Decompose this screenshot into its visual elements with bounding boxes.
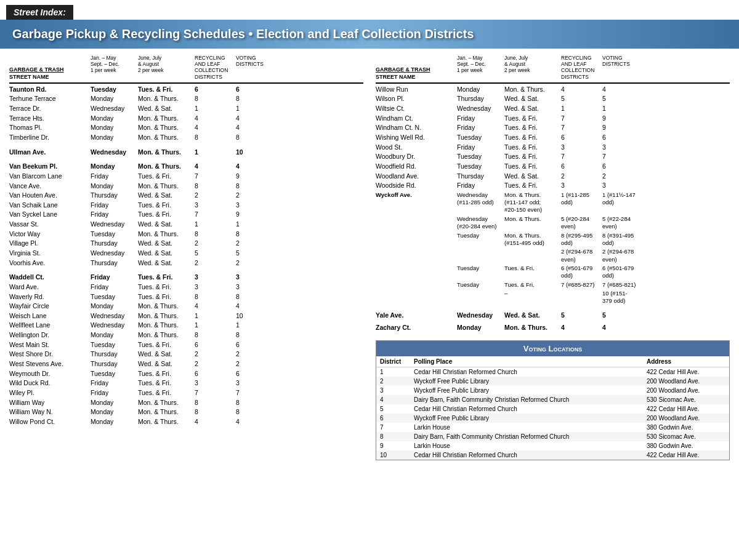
recycling-cell: 1 bbox=[561, 105, 601, 113]
voting-cell: 8 bbox=[236, 408, 270, 417]
pickup2-cell: Tues. & Fri. bbox=[504, 114, 560, 123]
recycling-cell: 8 bbox=[195, 95, 235, 103]
recycling-cell: 8 bbox=[195, 182, 235, 191]
right-col-street-label: STREET NAME bbox=[376, 74, 456, 80]
table-row: Wiltsie Ct.WednesdayWed. & Sat.11 bbox=[376, 104, 730, 114]
pickup2-cell: Tues. & Fri. bbox=[504, 143, 560, 152]
main-content: GARBAGE & TRASH STREET NAME Jan. – May S… bbox=[0, 49, 739, 466]
voting-place-cell: Cedar Hill Christian Reformed Church bbox=[410, 404, 643, 414]
street-name-cell: Terrace Hts. bbox=[9, 114, 89, 123]
wyckoff-row: Wyckoff Ave.Wednesday (#11-285 odd)Mon. … bbox=[376, 191, 730, 215]
pickup2-cell: Tues. & Fri. bbox=[138, 389, 193, 398]
wyckoff-data-cell: Tuesday bbox=[457, 232, 503, 247]
recycling-cell: 7 bbox=[195, 172, 235, 181]
table-row: William WayMondayMon. & Thurs.88 bbox=[9, 398, 363, 408]
street-name-cell: Woodland Ave. bbox=[376, 172, 456, 181]
voting-cell: 3 bbox=[236, 273, 270, 282]
wyckoff-data-cell: 6 (#501-679 odd) bbox=[561, 265, 601, 280]
street-name-cell: Woodfield Rd. bbox=[376, 162, 456, 171]
street-name-cell: Village Pl. bbox=[9, 239, 89, 248]
voting-place-cell: Wyckoff Free Public Library bbox=[410, 414, 643, 423]
voting-cell: 8 bbox=[236, 95, 270, 103]
left-street-list: Taunton Rd.TuesdayTues. & Fri.66Terhune … bbox=[9, 85, 363, 427]
pickup2-cell: Tues. & Fri. bbox=[138, 293, 193, 302]
pickup2-cell: Mon. & Thurs. bbox=[138, 148, 193, 157]
wyckoff-data-cell: 2 (#294-678 even) bbox=[602, 248, 636, 263]
wyckoff-data-cell bbox=[457, 290, 503, 305]
street-index-banner: Street Index: bbox=[6, 5, 73, 20]
table-row: Woodside Rd.FridayTues. & Fri.33 bbox=[376, 181, 730, 191]
voting-cell: 3 bbox=[236, 201, 270, 210]
right-col-june-july: June, July & August 2 per week bbox=[504, 55, 560, 80]
voting-address-cell: 422 Cedar Hill Ave. bbox=[643, 450, 729, 460]
street-name-cell: Van Syckel Lane bbox=[9, 210, 89, 219]
street-name-cell: Waddell Ct. bbox=[9, 273, 89, 282]
list-item: 10Cedar Hill Christian Reformed Church42… bbox=[376, 450, 729, 460]
recycling-cell: 8 bbox=[195, 293, 235, 302]
table-row: Willow Pond Ct.MondayMon. & Thurs.44 bbox=[9, 417, 363, 427]
voting-col-address: Address bbox=[643, 356, 729, 367]
voting-address-cell: 530 Sicomac Ave. bbox=[643, 432, 729, 441]
recycling-cell: 4 bbox=[561, 86, 601, 94]
recycling-cell: 3 bbox=[195, 283, 235, 292]
wyckoff-data-cell: Tues. & Fri. bbox=[504, 281, 560, 289]
table-row: Wild Duck Rd.FridayTues. & Fri.33 bbox=[9, 378, 363, 388]
voting-cell: 8 bbox=[236, 399, 270, 407]
table-row: Woodfield Rd.TuesdayTues. & Fri.66 bbox=[376, 162, 730, 172]
street-name-cell: Wiley Pl. bbox=[9, 389, 89, 398]
wyckoff-name-cell bbox=[376, 248, 456, 263]
wyckoff-data-cell: 6 (#501-679 odd) bbox=[602, 265, 636, 280]
table-row: Wiley Pl.FridayTues. & Fri.77 bbox=[9, 388, 363, 398]
pickup2-cell: Wed. & Sat. bbox=[138, 239, 193, 248]
recycling-cell: 7 bbox=[195, 210, 235, 219]
voting-cell: 6 bbox=[602, 162, 636, 171]
recycling-cell: 4 bbox=[195, 162, 235, 171]
pickup2-cell: Mon. & Thurs. bbox=[138, 312, 193, 321]
voting-table: District Polling Place Address 1Cedar Hi… bbox=[376, 356, 729, 460]
pickup1-cell: Thursday bbox=[91, 350, 137, 359]
table-row: Wellfleet LaneWednesdayMon. & Thurs.11 bbox=[9, 321, 363, 330]
pickup2-cell: Mon. & Thurs. bbox=[504, 86, 560, 94]
pickup1-cell: Thursday bbox=[91, 259, 137, 268]
street-name-cell: Terhune Terrace bbox=[9, 95, 89, 103]
pickup1-cell: Monday bbox=[91, 114, 137, 123]
street-name-cell: Wishing Well Rd. bbox=[376, 134, 456, 142]
table-row: William Way N.MondayMon. & Thurs.88 bbox=[9, 407, 363, 417]
table-row: Van Syckel LaneFridayTues. & Fri.79 bbox=[9, 210, 363, 220]
pickup1-cell: Tuesday bbox=[91, 370, 137, 378]
wyckoff-data-cell: Mon. & Thurs. bbox=[504, 215, 560, 231]
voting-district-cell: 4 bbox=[376, 395, 410, 404]
street-name-cell: Windham Ct. N. bbox=[376, 124, 456, 132]
voting-place-cell: Larkin House bbox=[410, 441, 643, 450]
col-recycling-header: RECYCLING AND LEAF COLLECTION DISTRICTS bbox=[195, 55, 235, 80]
wyckoff-data-cell bbox=[561, 290, 601, 305]
pickup1-cell: Monday bbox=[91, 302, 137, 311]
wyckoff-section: Wyckoff Ave.Wednesday (#11-285 odd)Mon. … bbox=[376, 191, 730, 311]
spacer-row bbox=[9, 143, 363, 148]
street-name-cell: Wild Duck Rd. bbox=[9, 379, 89, 388]
pickup2-cell: Mon. & Thurs. bbox=[138, 331, 193, 340]
pickup1-cell: Wednesday bbox=[91, 220, 137, 229]
wyckoff-data-cell: 7 (#685-821) bbox=[602, 281, 636, 289]
recycling-cell: 6 bbox=[561, 134, 601, 142]
street-name-cell: Van Beekum Pl. bbox=[9, 162, 89, 171]
recycling-cell: 7 bbox=[561, 124, 601, 132]
table-row: Ward Ave.FridayTues. & Fri.33 bbox=[9, 282, 363, 292]
voting-district-cell: 7 bbox=[376, 423, 410, 432]
street-name-cell: Wilson Pl. bbox=[376, 95, 456, 103]
wyckoff-data-cell: 10 (#151-379 odd) bbox=[602, 290, 636, 305]
yale-row-content: Yale Ave.WednesdayWed. & Sat.55 bbox=[376, 311, 730, 321]
voting-address-cell: 530 Sicomac Ave. bbox=[643, 395, 729, 404]
wyckoff-data-cell: 5 (#20-284 even) bbox=[561, 215, 601, 231]
recycling-cell: 3 bbox=[561, 182, 601, 190]
spacer-row bbox=[9, 268, 363, 273]
street-name-cell: West Main St. bbox=[9, 341, 89, 350]
table-row: Weisch LaneWednesdayMon. & Thurs.110 bbox=[9, 311, 363, 321]
recycling-cell: 4 bbox=[195, 302, 235, 311]
street-name-cell: Vance Ave. bbox=[9, 182, 89, 191]
recycling-cell: 8 bbox=[195, 331, 235, 340]
pickup2-cell: Mon. & Thurs. bbox=[138, 230, 193, 239]
pickup1-cell: Wednesday bbox=[91, 312, 137, 321]
recycling-cell: 2 bbox=[195, 259, 235, 268]
voting-cell: 8 bbox=[236, 230, 270, 239]
